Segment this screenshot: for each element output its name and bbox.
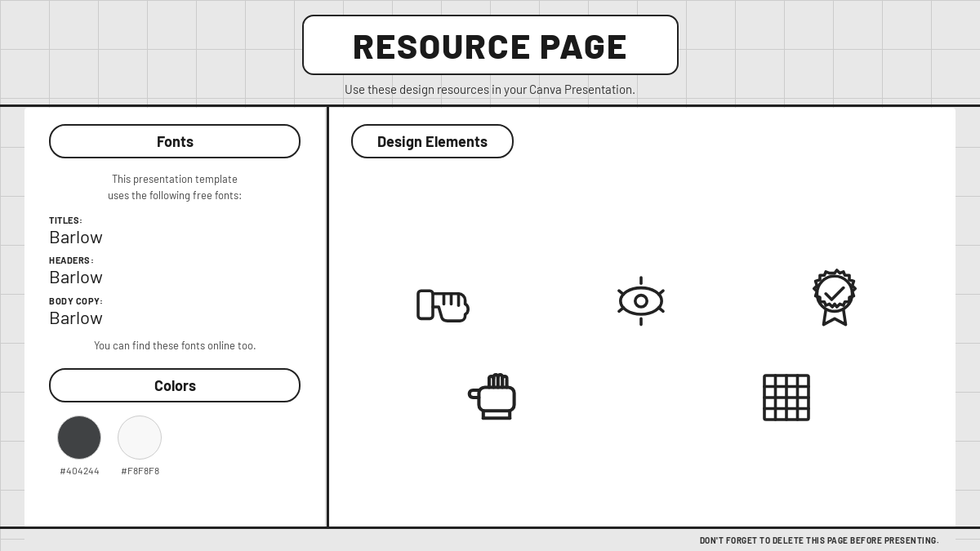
thumbs-down-icon	[390, 255, 505, 344]
design-elements-header: Design Elements	[351, 124, 931, 171]
svg-line-9	[659, 307, 663, 311]
font-name-headers: Barlow	[49, 265, 301, 287]
font-name-titles: Barlow	[49, 225, 301, 247]
vertical-divider	[327, 107, 329, 527]
fist-icon	[439, 353, 554, 442]
svg-rect-0	[418, 291, 433, 318]
font-row-headers: HEADERS: Barlow	[49, 255, 301, 287]
right-panel: Design Elements	[327, 108, 956, 528]
title-box: RESOURCE PAGE	[302, 15, 679, 75]
top-divider	[0, 104, 980, 107]
eye-icon	[584, 255, 698, 344]
font-row-titles: TITLES: Barlow	[49, 215, 301, 247]
colors-header-text: Colors	[154, 376, 196, 394]
fonts-description: This presentation templateuses the follo…	[49, 171, 301, 203]
badge-icon	[777, 255, 892, 344]
colors-header-box: Colors	[49, 368, 301, 402]
font-name-body: Barlow	[49, 306, 301, 327]
footer-text: DON'T FORGET TO DELETE THIS PAGE BEFORE …	[700, 535, 940, 545]
bottom-divider	[0, 527, 980, 529]
left-panel: Fonts This presentation templateuses the…	[24, 108, 327, 528]
color-circle-dark	[57, 415, 101, 460]
fonts-note: You can find these fonts online too.	[49, 339, 301, 352]
icons-row-1	[351, 255, 931, 344]
color-hex-light: #F8F8F8	[121, 464, 159, 476]
design-elements-header-text: Design Elements	[377, 132, 488, 150]
design-elements-header-box: Design Elements	[351, 124, 514, 158]
svg-point-4	[621, 287, 662, 313]
color-hex-dark: #404244	[60, 464, 100, 476]
page-title: RESOURCE PAGE	[353, 24, 628, 65]
colors-section: Colors #404244 #F8F8F8	[49, 368, 301, 476]
svg-point-5	[635, 295, 647, 306]
font-row-body: BODY COPY: Barlow	[49, 295, 301, 327]
color-swatch-dark: #404244	[57, 415, 101, 476]
color-swatches: #404244 #F8F8F8	[49, 415, 301, 476]
icons-row-2	[351, 353, 931, 442]
header: RESOURCE PAGE Use these design resources…	[0, 0, 980, 108]
color-circle-light	[118, 415, 162, 460]
font-label-body: BODY COPY:	[49, 295, 301, 306]
grid-icon	[729, 353, 844, 442]
fonts-header-text: Fonts	[157, 132, 194, 150]
color-swatch-light: #F8F8F8	[118, 415, 162, 476]
svg-rect-13	[479, 387, 514, 411]
font-label-headers: HEADERS:	[49, 255, 301, 265]
page-subtitle: Use these design resources in your Canva…	[345, 82, 635, 96]
footer-bar: DON'T FORGET TO DELETE THIS PAGE BEFORE …	[24, 528, 956, 551]
svg-line-10	[619, 307, 623, 311]
svg-line-11	[659, 291, 663, 295]
icons-grid	[351, 184, 931, 512]
svg-line-8	[619, 291, 623, 295]
font-label-titles: TITLES:	[49, 215, 301, 225]
main-content: Fonts This presentation templateuses the…	[24, 108, 956, 528]
fonts-header-box: Fonts	[49, 124, 301, 158]
